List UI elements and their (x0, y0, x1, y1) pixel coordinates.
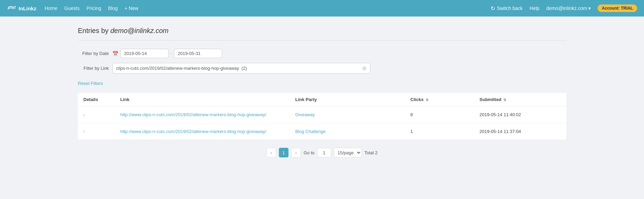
prev-page-button[interactable]: ‹ (266, 148, 276, 157)
filters-section: Filter by Date 📅 - Filter by Link ⊗ (78, 49, 566, 74)
page-title: Entries by demo@inlinkz.com (78, 27, 566, 35)
expand-icon[interactable]: › (84, 112, 85, 118)
th-details: Details (78, 93, 115, 107)
date-filter-label: Filter by Date (78, 51, 109, 56)
nav-home[interactable]: Home (45, 5, 57, 11)
table-header: Details Link Link Party Clicks ⇅ Submitt… (78, 93, 566, 107)
brand-logo[interactable]: InLinkz (7, 5, 36, 12)
switch-back-label: Switch back (497, 5, 523, 11)
goto-input[interactable] (317, 148, 331, 157)
brand-icon (7, 5, 17, 12)
page-user: demo@inlinkz.com (110, 27, 168, 34)
table-body: › http://www.clips-n-cuts.com/2019/02/al… (78, 107, 566, 140)
th-link: Link (115, 93, 290, 107)
row2-url-link[interactable]: http://www.clips-n-cuts.com/2019/02/alte… (120, 129, 266, 134)
goto-label: Go to (304, 150, 315, 155)
chevron-down-icon: ▾ (588, 5, 591, 11)
date-filter: 📅 - (112, 49, 222, 58)
th-submitted[interactable]: Submitted ⇅ (474, 93, 566, 107)
date-from-input[interactable] (120, 49, 168, 58)
row1-party: Giveaway (290, 107, 405, 123)
row1-clicks: 8 (405, 107, 474, 123)
switch-icon: ↻ (491, 5, 495, 12)
title-divider (78, 40, 566, 41)
table-row: › http://www.clips-n-cuts.com/2019/02/al… (78, 123, 566, 140)
nav-blog[interactable]: Blog (108, 5, 118, 11)
navbar: InLinkz Home Guests Pricing Blog + New ↻… (0, 0, 644, 16)
date-to-input[interactable] (174, 49, 222, 58)
link-filter-label: Filter by Link (78, 66, 109, 71)
row1-url-link[interactable]: http://www.clips-n-cuts.com/2019/02/alte… (120, 112, 266, 117)
link-filter-row: Filter by Link ⊗ (78, 63, 566, 74)
user-dropdown[interactable]: demo@inlinkz.com ▾ (546, 5, 591, 11)
perpage-select[interactable]: 15/page 30/page 50/page (334, 148, 362, 157)
nav-guests[interactable]: Guests (64, 5, 79, 11)
right-nav: ↻ Switch back Help demo@inlinkz.com ▾ Ac… (491, 4, 637, 12)
nav-help[interactable]: Help (530, 5, 539, 11)
clear-link-icon[interactable]: ⊗ (362, 65, 367, 71)
account-badge[interactable]: Account: TRIAL (598, 4, 637, 12)
switch-back-button[interactable]: ↻ Switch back (491, 5, 523, 12)
th-clicks[interactable]: Clicks ⇅ (405, 93, 474, 107)
main-content: Entries by demo@inlinkz.com Filter by Da… (64, 16, 580, 168)
pagination: ‹ 1 › Go to 15/page 30/page 50/page Tota… (78, 148, 566, 157)
link-filter-input[interactable] (116, 66, 362, 71)
row1-submitted: 2019-05-14 11:40:02 (474, 107, 566, 123)
row2-expand[interactable]: › (78, 123, 115, 140)
row1-url: http://www.clips-n-cuts.com/2019/02/alte… (115, 107, 290, 123)
calendar-icon[interactable]: 📅 (112, 51, 118, 56)
submitted-sort-icon: ⇅ (503, 98, 506, 102)
row1-party-link[interactable]: Giveaway (295, 112, 315, 117)
row1-expand[interactable]: › (78, 107, 115, 123)
entries-table: Details Link Link Party Clicks ⇅ Submitt… (78, 93, 566, 140)
nav-new-button[interactable]: + New (124, 5, 138, 11)
clicks-sort-icon: ⇅ (426, 98, 428, 102)
expand-icon[interactable]: › (84, 129, 85, 134)
page-1-button[interactable]: 1 (279, 148, 288, 157)
total-count: Total 2 (364, 150, 378, 155)
th-party: Link Party (290, 93, 405, 107)
date-filter-row: Filter by Date 📅 - (78, 49, 566, 58)
reset-filters-link[interactable]: Reset Filters (78, 81, 103, 86)
row2-submitted: 2019-05-14 11:37:04 (474, 123, 566, 140)
row2-clicks: 1 (405, 123, 474, 140)
date-separator: - (171, 51, 172, 56)
brand-name: InLinkz (19, 5, 36, 11)
row2-url: http://www.clips-n-cuts.com/2019/02/alte… (115, 123, 290, 140)
user-email: demo@inlinkz.com (546, 5, 587, 11)
link-filter: ⊗ (112, 63, 370, 74)
table-row: › http://www.clips-n-cuts.com/2019/02/al… (78, 107, 566, 123)
nav-links: Home Guests Pricing Blog + New (45, 5, 491, 11)
nav-pricing[interactable]: Pricing (86, 5, 101, 11)
row2-party-link[interactable]: Blog Challenge (295, 129, 326, 134)
row2-party: Blog Challenge (290, 123, 405, 140)
next-page-button[interactable]: › (291, 148, 301, 157)
